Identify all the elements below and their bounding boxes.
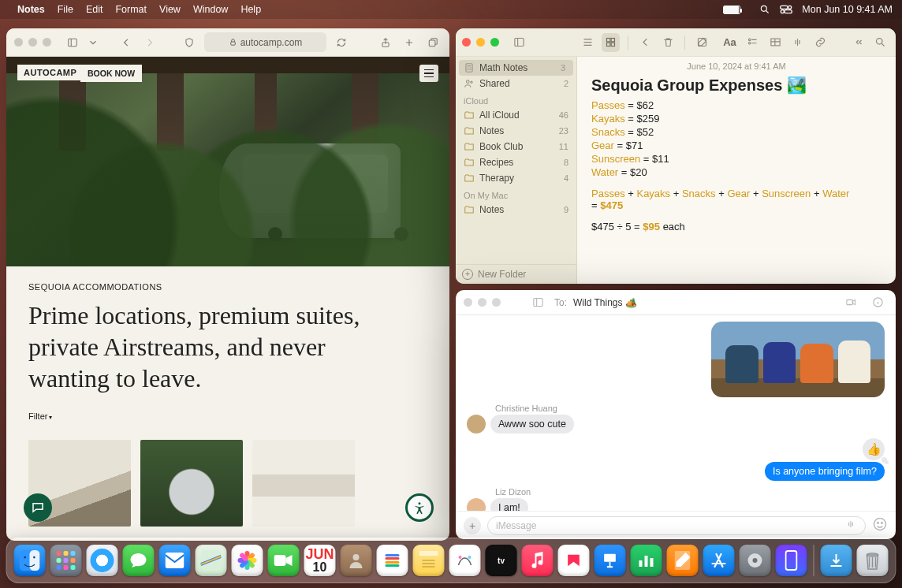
dock-reminders[interactable] bbox=[377, 545, 408, 576]
sidebar-toggle-icon[interactable] bbox=[510, 33, 528, 52]
emoji-picker-icon[interactable] bbox=[872, 516, 888, 535]
grid-view-icon[interactable] bbox=[602, 33, 620, 52]
message-bubble[interactable]: I am! bbox=[490, 498, 528, 511]
shield-icon[interactable] bbox=[181, 34, 198, 51]
dock-maps[interactable] bbox=[196, 545, 227, 576]
forward-icon[interactable] bbox=[141, 34, 158, 51]
address-bar[interactable]: autocamp.com bbox=[204, 32, 326, 52]
dock-freeform[interactable] bbox=[449, 545, 481, 576]
svg-rect-11 bbox=[607, 39, 610, 42]
reload-icon[interactable] bbox=[333, 34, 350, 51]
message-bubble[interactable]: Awww soo cute bbox=[490, 415, 574, 434]
chat-widget-icon[interactable] bbox=[24, 493, 52, 522]
search-icon[interactable] bbox=[871, 33, 889, 52]
dock-keynote[interactable] bbox=[594, 545, 626, 576]
sidebar-item-recipes[interactable]: Recipes8 bbox=[456, 154, 576, 170]
message-bubble[interactable]: Is anyone bringing film? bbox=[765, 462, 885, 481]
accessibility-icon[interactable] bbox=[405, 493, 434, 522]
dock-messages[interactable] bbox=[123, 545, 155, 576]
spotlight-icon[interactable] bbox=[759, 4, 770, 15]
new-folder-button[interactable]: +New Folder bbox=[456, 264, 576, 284]
dock-pages[interactable] bbox=[667, 545, 699, 576]
dock-notes[interactable] bbox=[413, 545, 445, 576]
svg-point-46 bbox=[753, 558, 758, 563]
message-photo[interactable] bbox=[711, 322, 885, 397]
menu-format[interactable]: Format bbox=[115, 4, 147, 15]
new-tab-icon[interactable] bbox=[401, 34, 418, 51]
audio-icon[interactable] bbox=[789, 33, 807, 52]
dock-calendar[interactable]: JUN10 bbox=[304, 545, 336, 576]
dock-launchpad[interactable] bbox=[50, 545, 82, 576]
sidebar-section-onmymac[interactable]: On My Mac bbox=[456, 186, 576, 202]
sidebar-section-icloud[interactable]: iCloud bbox=[456, 91, 576, 107]
filter-button[interactable]: Filter bbox=[28, 411, 427, 421]
compose-bar: + iMessage bbox=[456, 511, 896, 539]
checklist-icon[interactable] bbox=[744, 33, 762, 52]
message-thread[interactable]: Christine HuangAwww soo cute👍Is anyone b… bbox=[456, 315, 896, 511]
control-center-icon[interactable] bbox=[780, 5, 792, 14]
apps-button[interactable]: + bbox=[464, 517, 481, 534]
hamburger-menu-icon[interactable] bbox=[419, 65, 438, 82]
dock-finder[interactable] bbox=[14, 545, 46, 576]
dock-safari[interactable] bbox=[87, 545, 118, 576]
book-now-button[interactable]: BOOK NOW bbox=[80, 65, 142, 82]
trash-icon[interactable] bbox=[659, 33, 677, 52]
to-name[interactable]: Wild Things🏕️ bbox=[573, 297, 637, 308]
note-content[interactable]: June 10, 2024 at 9:41 AM Sequoia Group E… bbox=[577, 57, 896, 284]
sidebar-item-shared[interactable]: Shared 2 bbox=[456, 76, 576, 91]
back-icon[interactable] bbox=[636, 33, 654, 52]
dock-news[interactable] bbox=[558, 545, 590, 576]
back-icon[interactable] bbox=[117, 34, 135, 51]
compose-icon[interactable] bbox=[693, 33, 711, 52]
sidebar-toggle-icon[interactable] bbox=[527, 293, 548, 312]
dock-system-settings[interactable] bbox=[740, 545, 771, 576]
table-icon[interactable] bbox=[766, 33, 785, 52]
dock-trash[interactable] bbox=[857, 545, 889, 576]
avatar[interactable] bbox=[467, 415, 486, 434]
link-icon[interactable] bbox=[811, 33, 829, 52]
thumb-bedroom[interactable] bbox=[252, 440, 355, 527]
messages-traffic-lights[interactable] bbox=[464, 298, 501, 307]
dock-music[interactable] bbox=[522, 545, 554, 576]
list-view-icon[interactable] bbox=[579, 33, 597, 52]
tabs-icon[interactable] bbox=[424, 34, 442, 51]
more-icon[interactable] bbox=[848, 33, 867, 52]
dock-mail[interactable] bbox=[159, 545, 191, 576]
info-icon[interactable] bbox=[867, 293, 888, 312]
dock-downloads[interactable] bbox=[821, 545, 852, 576]
sidebar-item-notes[interactable]: Notes23 bbox=[456, 123, 576, 139]
sidebar-item-all-icloud[interactable]: All iCloud46 bbox=[456, 107, 576, 123]
waveform-icon[interactable] bbox=[844, 519, 857, 532]
menu-file[interactable]: File bbox=[58, 4, 73, 15]
share-icon[interactable] bbox=[377, 34, 394, 51]
message-input[interactable]: iMessage bbox=[487, 516, 866, 535]
chevron-down-icon[interactable] bbox=[88, 34, 99, 51]
dock-facetime[interactable] bbox=[268, 545, 300, 576]
menu-window[interactable]: Window bbox=[193, 4, 228, 15]
sidebar-item-math-notes[interactable]: Math Notes 3 bbox=[459, 60, 573, 76]
avatar[interactable] bbox=[467, 498, 486, 511]
sidebar-item-local-notes[interactable]: Notes9 bbox=[456, 202, 576, 218]
menu-help[interactable]: Help bbox=[240, 4, 261, 15]
dock-photos[interactable] bbox=[232, 545, 263, 576]
safari-traffic-lights[interactable] bbox=[14, 38, 51, 47]
dock-contacts[interactable] bbox=[341, 545, 372, 576]
thumb-exterior[interactable] bbox=[140, 440, 243, 527]
menu-view[interactable]: View bbox=[159, 4, 181, 15]
dock-numbers[interactable] bbox=[631, 545, 662, 576]
dock-iphone-mirroring[interactable] bbox=[776, 545, 807, 576]
font-icon[interactable]: Aa bbox=[721, 33, 739, 52]
sidebar-item-book-club[interactable]: Book Club11 bbox=[456, 139, 576, 154]
dock-tv[interactable]: tv bbox=[486, 545, 517, 576]
menu-edit[interactable]: Edit bbox=[86, 4, 103, 15]
menubar-clock[interactable]: Mon Jun 10 9:41 AM bbox=[802, 4, 893, 15]
battery-icon[interactable] bbox=[723, 6, 740, 14]
notes-traffic-lights[interactable] bbox=[462, 38, 499, 47]
sidebar-item-therapy[interactable]: Therapy4 bbox=[456, 170, 576, 186]
dock-app-store[interactable] bbox=[703, 545, 735, 576]
facetime-icon[interactable] bbox=[840, 293, 861, 312]
site-logo[interactable]: AUTOCAMP bbox=[17, 65, 83, 80]
menu-app[interactable]: Notes bbox=[17, 4, 45, 15]
sidebar-toggle-icon[interactable] bbox=[64, 34, 81, 51]
reaction-bubble[interactable]: 👍 bbox=[863, 438, 885, 460]
